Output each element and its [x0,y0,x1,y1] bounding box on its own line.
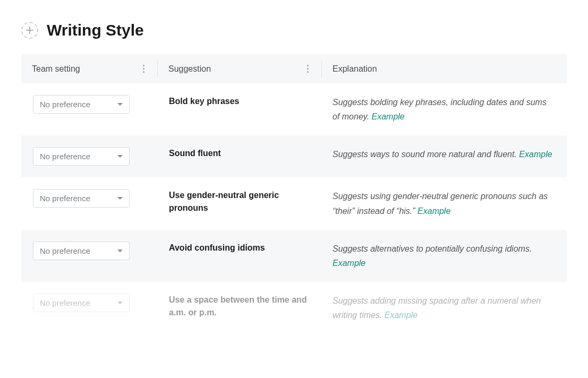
caret-down-icon [117,155,123,158]
table-row: No preference Sound fluent Suggests ways… [21,135,567,177]
column-header-suggestion: Suggestion [158,54,321,83]
team-setting-select[interactable]: No preference [33,189,130,208]
example-link[interactable]: Example [385,311,417,320]
select-value: No preference [40,246,90,255]
page-header: Writing Style [21,21,567,39]
example-link[interactable]: Example [372,112,405,121]
column-label: Suggestion [168,64,211,74]
select-value: No preference [40,152,90,161]
column-label: Team setting [32,64,80,74]
plus-icon [26,27,33,34]
suggestion-label: Use a space between the time and a.m. or… [169,294,309,319]
table-row: No preference Use a space between the ti… [21,282,567,334]
column-header-setting: Team setting [21,54,157,83]
example-link[interactable]: Example [333,259,365,268]
table-header: Team setting Suggestion Explanation [21,54,567,83]
suggestion-label: Use gender-neutral generic pronouns [169,189,309,214]
suggestion-label: Bold key phrases [169,95,309,108]
settings-table: Team setting Suggestion Explanation No p… [21,54,567,334]
table-row: No preference Bold key phrases Suggests … [21,83,567,135]
suggestion-label: Sound fluent [169,147,309,160]
column-label: Explanation [333,64,377,74]
explanation-text: Suggests using gender-neutral generic pr… [333,189,555,218]
explanation-text: Suggests adding missing spacing after a … [333,294,555,322]
table-row: No preference Use gender-neutral generic… [21,177,567,229]
team-setting-select[interactable]: No preference [33,147,130,166]
explanation-text: Suggests alternatives to potentially con… [333,242,555,270]
explanation-text: Suggests ways to sound more natural and … [333,147,555,161]
caret-down-icon [117,197,123,200]
table-row: No preference Avoid confusing idioms Sug… [21,230,567,282]
caret-down-icon [117,250,123,252]
caret-down-icon [117,103,123,106]
team-setting-select[interactable]: No preference [33,242,130,260]
more-vertical-icon[interactable] [305,63,311,75]
caret-down-icon [117,302,123,304]
team-setting-select[interactable]: No preference [33,95,130,114]
add-icon[interactable] [21,22,38,39]
column-header-explanation: Explanation [322,54,567,83]
suggestion-label: Avoid confusing idioms [169,242,309,254]
explanation-text: Suggests bolding key phrases, including … [333,95,555,124]
select-value: No preference [40,298,90,307]
example-link[interactable]: Example [417,207,450,216]
example-link[interactable]: Example [519,150,552,159]
select-value: No preference [40,100,90,109]
team-setting-select[interactable]: No preference [33,294,130,312]
more-vertical-icon[interactable] [141,63,147,75]
page-title: Writing Style [47,21,144,39]
select-value: No preference [40,194,90,203]
